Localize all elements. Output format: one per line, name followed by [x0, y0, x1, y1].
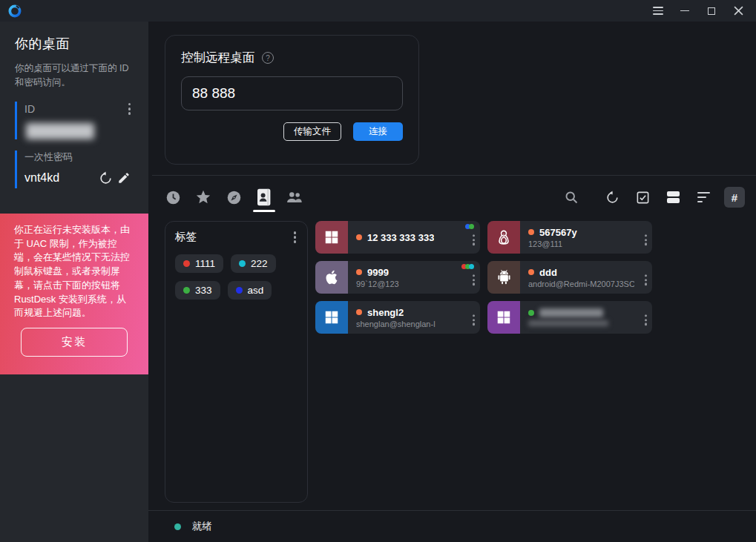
refresh-icon: [99, 171, 113, 185]
transfer-file-button[interactable]: 传输文件: [283, 122, 341, 141]
statusbar: 就绪: [148, 510, 756, 542]
edit-password-button[interactable]: [117, 171, 131, 185]
window-menu-button[interactable]: [647, 3, 669, 19]
peer-content: 标签 1111 222 333: [148, 219, 756, 510]
status-dot: [174, 523, 181, 530]
close-icon: [734, 6, 743, 16]
tab-discovered[interactable]: [226, 187, 242, 208]
tag-chip[interactable]: 222: [231, 254, 276, 273]
grid-view-icon: #: [732, 191, 737, 204]
tag-dot: [236, 287, 243, 294]
cards-view-button[interactable]: [663, 188, 683, 207]
peer-card[interactable]: [487, 301, 652, 334]
windows-logo-icon: [315, 221, 348, 254]
cards-view-icon: [667, 191, 680, 203]
peer-name: ddd: [539, 267, 557, 278]
help-icon[interactable]: ?: [262, 52, 274, 64]
tag-label: 1111: [195, 258, 215, 269]
list-view-button[interactable]: [694, 188, 713, 207]
tab-recent-sessions[interactable]: [165, 187, 181, 208]
peer-username: 123@111: [528, 239, 634, 248]
android-robot-icon: [487, 261, 520, 294]
compass-icon: [226, 190, 242, 205]
peer-menu-button[interactable]: [643, 228, 648, 247]
install-warning-panel: 你正在运行未安装版本，由于 UAC 限制，作为被控端，会在某些情况下无法控制鼠标…: [0, 214, 148, 374]
peer-name: shengl2: [367, 307, 404, 318]
apple-logo-icon: [315, 261, 348, 294]
clock-icon: [165, 190, 181, 205]
tab-favorites[interactable]: [195, 187, 211, 208]
main-area: 控制远程桌面 ? 传输文件 连接: [148, 22, 756, 542]
rustdesk-logo-icon: [7, 4, 22, 19]
peer-card[interactable]: shengl2 shenglan@shenglan-l: [315, 301, 480, 334]
peer-card[interactable]: 567567y 123@111: [487, 221, 652, 254]
peer-menu-button[interactable]: [643, 268, 648, 287]
tag-chip[interactable]: 333: [175, 281, 220, 300]
checkbox-icon: [636, 191, 650, 205]
tag-label: 333: [195, 285, 212, 296]
close-button[interactable]: [727, 3, 749, 19]
tab-address-book[interactable]: [256, 187, 272, 208]
peer-status-dot: [356, 309, 362, 315]
id-menu-button[interactable]: [127, 102, 133, 116]
address-book-icon: [257, 188, 272, 206]
peer-name-redacted: [539, 308, 603, 317]
id-label: ID: [24, 103, 35, 115]
install-button[interactable]: 安装: [21, 328, 128, 357]
linux-tux-icon: [487, 221, 520, 254]
remote-id-input[interactable]: [181, 76, 403, 110]
grid-view-button[interactable]: #: [724, 187, 745, 208]
id-value-redacted: [26, 123, 94, 139]
tag-label: asd: [248, 285, 264, 296]
titlebar: [0, 0, 756, 22]
group-icon: [286, 189, 303, 205]
peer-menu-button[interactable]: [471, 228, 476, 247]
peer-status-dot: [528, 310, 534, 316]
peer-status-dot: [356, 269, 362, 275]
tab-group[interactable]: [286, 187, 303, 208]
warning-text: 你正在运行未安装版本，由于 UAC 限制，作为被控端，会在某些情况下无法控制鼠标…: [14, 223, 134, 320]
tags-menu-button[interactable]: [292, 230, 298, 245]
remote-control-card: 控制远程桌面 ? 传输文件 连接: [165, 35, 419, 165]
select-button[interactable]: [633, 188, 652, 207]
list-view-icon: [697, 192, 710, 203]
peer-status-dot: [528, 269, 534, 275]
peer-username: shenglan@shenglan-l: [356, 320, 462, 328]
refresh-button[interactable]: [602, 188, 622, 207]
peer-status-dot: [356, 234, 362, 240]
peer-username-redacted: [528, 320, 608, 326]
tag-dot: [239, 260, 246, 267]
minimize-button[interactable]: [674, 3, 696, 19]
peer-menu-button[interactable]: [471, 268, 476, 287]
pencil-icon: [117, 171, 131, 185]
password-value: vnt4kd: [24, 171, 59, 185]
windows-logo-icon: [315, 301, 348, 334]
search-icon: [564, 190, 579, 205]
refresh-icon: [605, 191, 619, 205]
refresh-password-button[interactable]: [99, 171, 113, 185]
sidebar: 你的桌面 你的桌面可以通过下面的 ID 和密码访问。 ID 一次性密码 vnt4…: [0, 22, 148, 542]
tag-chip[interactable]: 1111: [175, 254, 223, 273]
hamburger-icon: [653, 7, 663, 15]
windows-logo-icon: [487, 301, 520, 334]
tag-dot: [183, 260, 190, 267]
password-label: 一次性密码: [24, 151, 134, 164]
peer-status-dot: [528, 229, 534, 235]
peer-menu-button[interactable]: [643, 308, 648, 327]
peer-card[interactable]: ddd android@Redmi-M2007J3SC: [487, 261, 652, 294]
peer-name: 9999: [367, 267, 389, 278]
peer-username: 99`12@123: [356, 280, 462, 288]
peer-card[interactable]: 12 333 333 333: [315, 221, 480, 254]
remote-control-title: 控制远程桌面: [181, 50, 254, 66]
maximize-button[interactable]: [700, 3, 723, 19]
tags-panel: 标签 1111 222 333: [165, 221, 308, 503]
tag-chip[interactable]: asd: [228, 281, 272, 300]
star-icon: [195, 189, 211, 205]
desktop-section-title: 你的桌面: [15, 35, 134, 53]
connect-button[interactable]: 连接: [353, 122, 403, 141]
search-button[interactable]: [562, 188, 581, 207]
minimize-icon: [680, 10, 689, 12]
peer-card[interactable]: 9999 99`12@123: [315, 261, 480, 294]
peer-name: 12 333 333 333: [367, 232, 434, 243]
peer-menu-button[interactable]: [471, 308, 476, 327]
